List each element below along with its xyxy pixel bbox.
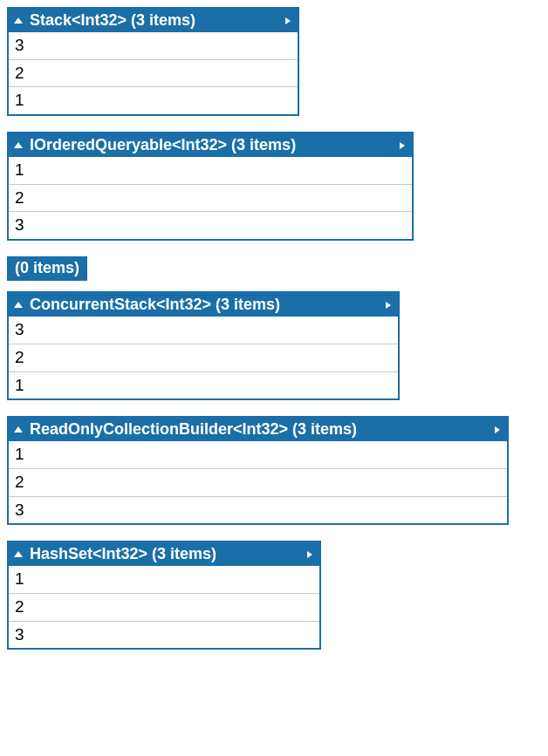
extend-right-icon [307,551,312,558]
collapse-up-icon [14,302,23,308]
list-item: 2 [9,185,412,213]
collection-header[interactable]: ConcurrentStack<Int32> (3 items) [9,293,398,317]
collection-panel: IOrderedQueryable<Int32> (3 items) 1 2 3 [7,132,414,241]
list-item: 2 [9,469,507,497]
collection-panel: ConcurrentStack<Int32> (3 items) 3 2 1 [7,291,400,400]
list-item: 3 [9,32,298,60]
extend-right-icon [386,302,391,309]
collection-rows: 1 2 3 [9,157,412,239]
collection-header[interactable]: HashSet<Int32> (3 items) [9,542,319,566]
list-item: 2 [9,594,319,622]
list-item: 1 [9,157,412,185]
collection-title: ReadOnlyCollectionBuilder<Int32> (3 item… [30,420,484,439]
list-item: 3 [9,212,412,239]
list-item: 2 [9,344,398,372]
collection-title: Stack<Int32> (3 items) [30,11,275,30]
collection-title: HashSet<Int32> (3 items) [30,545,297,563]
collection-rows: 1 2 3 [9,566,319,648]
collection-rows: 3 2 1 [9,32,298,114]
list-item: 3 [9,622,319,649]
collection-header[interactable]: IOrderedQueryable<Int32> (3 items) [9,133,412,157]
list-item: 3 [9,317,398,344]
collection-panel: ReadOnlyCollectionBuilder<Int32> (3 item… [7,416,509,525]
collapse-up-icon [14,551,23,557]
collection-panel: HashSet<Int32> (3 items) 1 2 3 [7,541,321,650]
list-item: 1 [9,372,398,399]
collapse-up-icon [14,142,23,148]
collapse-up-icon [14,17,23,24]
collapse-up-icon [14,426,23,432]
extend-right-icon [495,426,500,433]
collection-header[interactable]: Stack<Int32> (3 items) [9,9,298,32]
list-item: 3 [9,497,507,524]
list-item: 1 [9,441,507,469]
collection-panel: Stack<Int32> (3 items) 3 2 1 [7,7,299,116]
collection-rows: 1 2 3 [9,441,507,523]
empty-collection-badge[interactable]: (0 items) [7,256,87,281]
extend-right-icon [400,142,405,149]
collection-rows: 3 2 1 [9,317,398,398]
extend-right-icon [285,17,291,24]
collection-header[interactable]: ReadOnlyCollectionBuilder<Int32> (3 item… [9,418,507,441]
collection-title: ConcurrentStack<Int32> (3 items) [30,296,375,314]
list-item: 1 [9,87,298,114]
collection-title: IOrderedQueryable<Int32> (3 items) [30,136,389,154]
list-item: 1 [9,566,319,594]
list-item: 2 [9,60,298,88]
